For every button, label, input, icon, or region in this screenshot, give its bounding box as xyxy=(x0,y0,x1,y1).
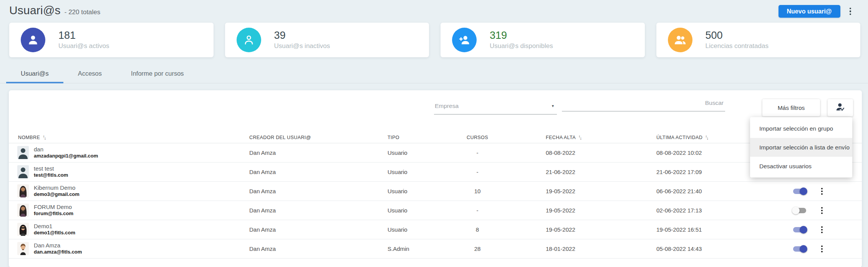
user-type: Usuario xyxy=(370,207,447,214)
table-row: Demo1 demo1@fitls.com Dan Amza Usuario 8… xyxy=(9,220,862,239)
stat-value: 181 xyxy=(58,30,109,41)
avatar xyxy=(17,242,29,255)
people-icon xyxy=(668,28,692,52)
user-signup-date: 21-06-2022 xyxy=(508,169,643,175)
user-type: S.Admin xyxy=(370,245,447,252)
tab-informe-por-cursos[interactable]: Informe por cursos xyxy=(116,65,199,83)
user-signup-date: 08-08-2022 xyxy=(508,149,643,156)
empresa-select[interactable]: Empresa ▼ xyxy=(434,102,557,114)
avatar xyxy=(17,204,29,217)
empresa-select-label: Empresa xyxy=(435,103,459,109)
user-courses: 10 xyxy=(447,188,508,194)
table-row: dan amzadanpqpi1@gmail.com Dan Amza Usua… xyxy=(9,143,862,163)
active-toggle[interactable] xyxy=(792,187,807,195)
new-user-button[interactable]: Nuevo usuari@ xyxy=(779,5,840,18)
stat-card-available-users: 319 Usuari@s disponibles xyxy=(441,23,645,57)
column-header-creador: CREADOR DEL USUARI@ xyxy=(235,135,370,140)
user-courses: 28 xyxy=(447,245,508,252)
table-body: dan amzadanpqpi1@gmail.com Dan Amza Usua… xyxy=(9,143,862,259)
user-name: dan xyxy=(34,146,98,153)
page-header: Usuari@s - 220 totales Nuevo usuari@ xyxy=(0,0,868,18)
user-name: FORUM Demo xyxy=(34,204,73,211)
table-header-row: NOMBRE↑↓ CREADOR DEL USUARI@ TIPO CURSOS… xyxy=(9,132,862,143)
page-title: Usuari@s xyxy=(9,4,61,17)
row-kebab-menu-icon[interactable] xyxy=(820,206,824,216)
avatar xyxy=(17,165,29,178)
column-header-tipo: TIPO xyxy=(370,135,447,140)
row-kebab-menu-icon[interactable] xyxy=(820,244,824,254)
more-filters-button[interactable]: Más filtros xyxy=(762,99,820,116)
user-name: test test xyxy=(34,165,68,172)
column-header-nombre[interactable]: NOMBRE↑↓ xyxy=(9,135,235,140)
user-name: Dan Amza xyxy=(34,242,82,249)
person-outline-icon xyxy=(237,28,261,52)
table-row: Dan Amza dan.amza@fitls.com Dan Amza S.A… xyxy=(9,239,862,259)
sort-icon: ↑↓ xyxy=(578,135,581,140)
table-row: test test test@fitls.com Dan Amza Usuari… xyxy=(9,163,862,182)
user-name: Demo1 xyxy=(34,223,75,230)
user-email: dan.amza@fitls.com xyxy=(34,249,82,255)
active-toggle[interactable] xyxy=(792,226,807,234)
import-users-button[interactable] xyxy=(828,99,853,116)
user-email: amzadanpqpi1@gmail.com xyxy=(34,153,98,159)
stat-label: Usuari@s inactivos xyxy=(274,42,330,50)
tab-accesos[interactable]: Accesos xyxy=(63,65,116,83)
import-actions-menu: Importar selección en grupo Importar sel… xyxy=(750,117,852,177)
table-row: Kibernum Demo demo3@gmail.com Dan Amza U… xyxy=(9,182,862,201)
table-row: FORUM Demo forum@fitls.com Dan Amza Usua… xyxy=(9,201,862,220)
user-email: test@fitls.com xyxy=(34,172,68,179)
page-subtitle: - 220 totales xyxy=(65,8,101,16)
stat-card-licenses: 500 Licencias contratadas xyxy=(656,23,861,57)
tab-usuarios[interactable]: Usuari@s xyxy=(6,65,63,83)
search-input[interactable] xyxy=(562,99,725,111)
user-courses: - xyxy=(447,149,508,156)
user-signup-date: 19-05-2022 xyxy=(508,188,643,194)
user-creator: Dan Amza xyxy=(235,149,370,156)
person-filled-icon xyxy=(21,28,45,52)
user-email: forum@fitls.com xyxy=(34,211,73,217)
avatar xyxy=(17,223,29,236)
stat-card-inactive-users: 39 Usuari@s inactivos xyxy=(225,23,429,57)
user-last-activity: 19-05-2022 16:51 xyxy=(643,226,769,233)
stat-label: Usuari@s disponibles xyxy=(490,42,553,50)
menu-item-import-selection-group[interactable]: Importar selección en grupo xyxy=(750,119,852,138)
user-creator: Dan Amza xyxy=(235,226,370,233)
user-last-activity: 05-08-2022 14:43 xyxy=(643,245,769,252)
user-creator: Dan Amza xyxy=(235,188,370,194)
stat-label: Usuari@s activos xyxy=(58,42,109,50)
person-check-icon xyxy=(835,102,846,114)
menu-item-import-selection-mailing-list[interactable]: Importar selección a lista de envío xyxy=(750,138,852,157)
active-toggle[interactable] xyxy=(792,245,807,253)
user-name: Kibernum Demo xyxy=(34,184,80,192)
users-table-card: Empresa ▼ Más filtros Importar selección… xyxy=(9,90,862,267)
row-kebab-menu-icon[interactable] xyxy=(820,225,824,235)
user-signup-date: 19-05-2022 xyxy=(508,226,643,233)
header-kebab-menu-icon[interactable] xyxy=(848,6,853,17)
sort-icon: ↑↓ xyxy=(705,135,708,140)
user-courses: - xyxy=(447,207,508,214)
user-last-activity: 02-06-2022 17:13 xyxy=(643,207,769,214)
stat-value: 39 xyxy=(274,30,330,41)
user-email: demo1@fitls.com xyxy=(34,230,75,236)
stat-value: 500 xyxy=(706,30,769,41)
user-courses: - xyxy=(447,169,508,175)
column-header-fecha-alta[interactable]: FECHA ALTA↑↓ xyxy=(508,135,643,140)
user-creator: Dan Amza xyxy=(235,169,370,175)
row-kebab-menu-icon[interactable] xyxy=(820,186,824,196)
stat-value: 319 xyxy=(490,30,553,41)
user-signup-date: 18-01-2022 xyxy=(508,245,643,252)
user-last-activity: 06-06-2022 21:40 xyxy=(643,188,769,194)
user-type: Usuario xyxy=(370,188,447,194)
user-creator: Dan Amza xyxy=(235,207,370,214)
stat-card-active-users: 181 Usuari@s activos xyxy=(9,23,214,57)
chevron-down-icon: ▼ xyxy=(551,104,555,108)
active-toggle[interactable] xyxy=(792,207,807,214)
user-type: Usuario xyxy=(370,149,447,156)
stats-row: 181 Usuari@s activos 39 Usuari@s inactiv… xyxy=(9,23,860,57)
menu-item-deactivate-users[interactable]: Desactivar usuarios xyxy=(750,157,852,176)
user-courses: 8 xyxy=(447,226,508,233)
user-creator: Dan Amza xyxy=(235,245,370,252)
filter-bar: Empresa ▼ Más filtros Importar selección… xyxy=(9,90,862,132)
user-email: demo3@gmail.com xyxy=(34,191,80,198)
user-type: Usuario xyxy=(370,226,447,233)
